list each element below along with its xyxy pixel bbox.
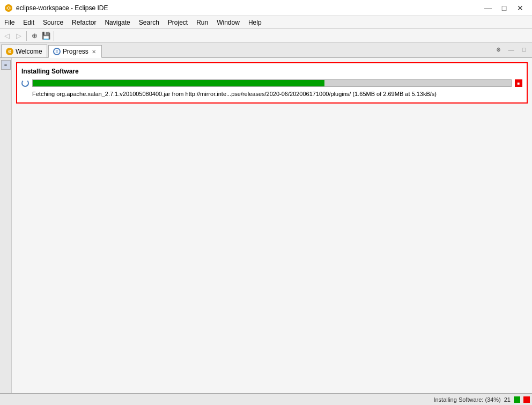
tab-progress-close[interactable]: ✕ (91, 48, 97, 55)
progress-tab-icon: ≡ (53, 48, 61, 55)
progress-panel-title: Installing Software (21, 68, 522, 75)
title-bar: eclipse-workspace - Eclipse IDE — □ ✕ (0, 0, 532, 16)
status-red-indicator (523, 396, 530, 403)
tab-welcome-label: Welcome (16, 48, 42, 55)
toolbar: ◁ ▷ ⊕ 💾 (0, 29, 532, 43)
tab-progress[interactable]: ≡ Progress ✕ (48, 45, 102, 58)
menu-file[interactable]: File (0, 16, 19, 28)
progress-status-text: Fetching org.apache.xalan_2.7.1.v2010050… (21, 90, 522, 98)
toolbar-save-button[interactable]: 💾 (40, 30, 52, 42)
menu-window[interactable]: Window (212, 16, 244, 28)
content-area: Installing Software Fetching org.apache.… (12, 58, 532, 393)
tab-bar-menu-button[interactable]: ⚙ (492, 43, 504, 55)
menu-refactor[interactable]: Refactor (68, 16, 100, 28)
menu-edit[interactable]: Edit (19, 16, 39, 28)
tab-bar-controls: ⚙ — □ (492, 43, 530, 55)
toolbar-forward-button[interactable]: ▷ (13, 30, 25, 42)
tab-minimize-button[interactable]: — (505, 43, 517, 55)
progress-cancel-button[interactable] (515, 79, 522, 87)
sidebar: ≡ (0, 58, 12, 393)
close-button[interactable]: ✕ (513, 3, 528, 13)
window-controls: — □ ✕ (481, 3, 528, 13)
toolbar-separator-1 (26, 31, 27, 41)
progress-spinner (21, 79, 29, 87)
progress-bar-container (32, 79, 512, 87)
status-bar-text: Installing Software: (34%) (2, 396, 501, 403)
restore-button[interactable]: □ (497, 3, 512, 13)
menu-run[interactable]: Run (192, 16, 212, 28)
menu-navigate[interactable]: Navigate (100, 16, 134, 28)
menu-source[interactable]: Source (39, 16, 68, 28)
status-green-indicator (514, 396, 520, 403)
svg-point-1 (8, 7, 10, 9)
progress-panel: Installing Software Fetching org.apache.… (16, 62, 528, 104)
menu-bar: File Edit Source Refactor Navigate Searc… (0, 16, 532, 29)
welcome-tab-icon: e (6, 48, 13, 55)
menu-help[interactable]: Help (244, 16, 266, 28)
sidebar-button-1[interactable]: ≡ (1, 60, 11, 70)
main-area: ≡ Installing Software Fetching org.apach… (0, 58, 532, 393)
toolbar-new-button[interactable]: ⊕ (28, 30, 40, 42)
tab-maximize-button[interactable]: □ (518, 43, 530, 55)
status-numbers: 21 (504, 396, 511, 403)
toolbar-back-button[interactable]: ◁ (1, 30, 13, 42)
tab-bar: e Welcome ≡ Progress ✕ ⚙ — □ (0, 43, 532, 58)
status-bar: Installing Software: (34%) 21 (0, 393, 532, 405)
tab-welcome[interactable]: e Welcome (1, 45, 47, 57)
tab-progress-label: Progress (63, 48, 88, 55)
progress-row (21, 79, 522, 87)
progress-bar-fill (33, 80, 324, 86)
menu-search[interactable]: Search (135, 16, 164, 28)
app-icon (4, 4, 13, 12)
toolbar-separator-2 (54, 31, 54, 41)
menu-project[interactable]: Project (164, 16, 192, 28)
minimize-button[interactable]: — (481, 3, 496, 13)
window-title: eclipse-workspace - Eclipse IDE (16, 4, 481, 12)
